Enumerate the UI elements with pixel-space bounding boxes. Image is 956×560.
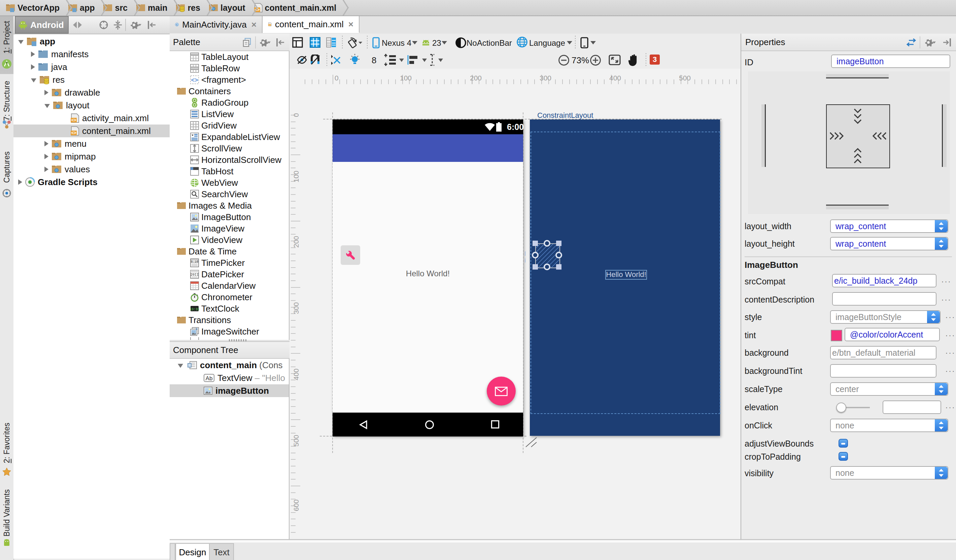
svg-text:Ab: Ab xyxy=(206,375,213,382)
svg-text:8:10: 8:10 xyxy=(191,260,198,264)
svg-text:<>: <> xyxy=(71,130,76,135)
svg-text:<>: <> xyxy=(269,24,270,26)
svg-text:<>: <> xyxy=(71,118,76,122)
svg-text:C: C xyxy=(176,24,178,26)
svg-text:20II: 20II xyxy=(190,273,199,277)
svg-text:<>: <> xyxy=(191,77,198,83)
svg-text:13:31: 13:31 xyxy=(190,307,199,311)
